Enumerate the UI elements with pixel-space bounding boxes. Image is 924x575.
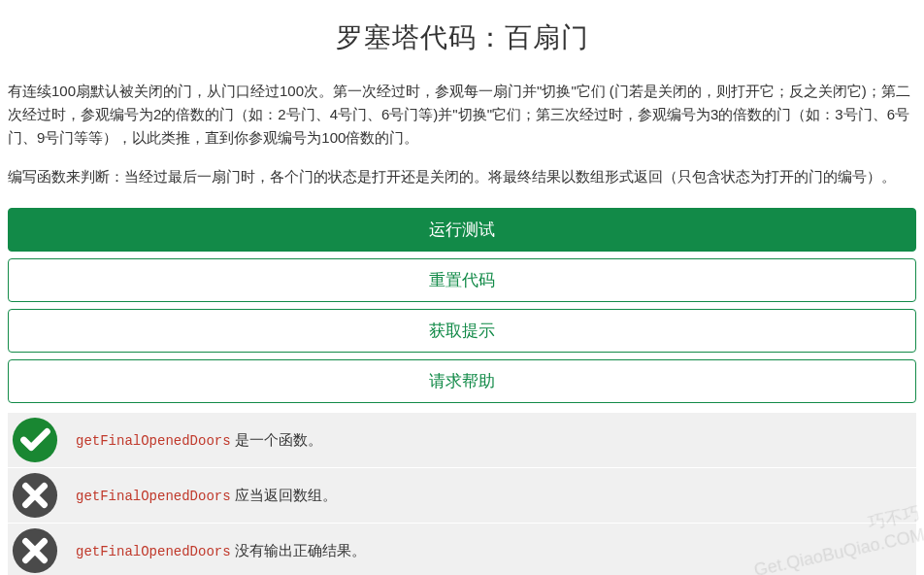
page-title: 罗塞塔代码：百扇门 <box>8 19 916 56</box>
reset-code-button[interactable]: 重置代码 <box>8 258 916 302</box>
test-results: getFinalOpenedDoors 是一个函数。 getFinalOpene… <box>8 413 916 575</box>
code-identifier: getFinalOpenedDoors <box>76 489 231 504</box>
code-identifier: getFinalOpenedDoors <box>76 544 231 559</box>
pass-icon <box>12 417 58 463</box>
fail-icon <box>12 527 58 574</box>
test-result-text: getFinalOpenedDoors 没有输出正确结果。 <box>76 542 366 560</box>
fail-icon <box>12 472 58 519</box>
description-paragraph-2: 编写函数来判断：当经过最后一扇门时，各个门的状态是打开还是关闭的。将最终结果以数… <box>8 165 916 188</box>
problem-description: 有连续100扇默认被关闭的门，从门口经过100次。第一次经过时，参观每一扇门并"… <box>8 80 916 188</box>
run-tests-button[interactable]: 运行测试 <box>8 208 916 252</box>
request-help-button[interactable]: 请求帮助 <box>8 359 916 403</box>
get-hint-button[interactable]: 获取提示 <box>8 309 916 353</box>
code-identifier: getFinalOpenedDoors <box>76 433 231 449</box>
action-buttons: 运行测试 重置代码 获取提示 请求帮助 <box>8 208 916 403</box>
test-result-text: getFinalOpenedDoors 应当返回数组。 <box>76 487 337 505</box>
test-result-row: getFinalOpenedDoors 应当返回数组。 <box>8 467 916 523</box>
description-paragraph-1: 有连续100扇默认被关闭的门，从门口经过100次。第一次经过时，参观每一扇门并"… <box>8 80 916 150</box>
test-result-row: getFinalOpenedDoors 没有输出正确结果。 <box>8 523 916 575</box>
test-result-row: getFinalOpenedDoors 是一个函数。 <box>8 413 916 467</box>
test-result-text: getFinalOpenedDoors 是一个函数。 <box>76 431 322 450</box>
